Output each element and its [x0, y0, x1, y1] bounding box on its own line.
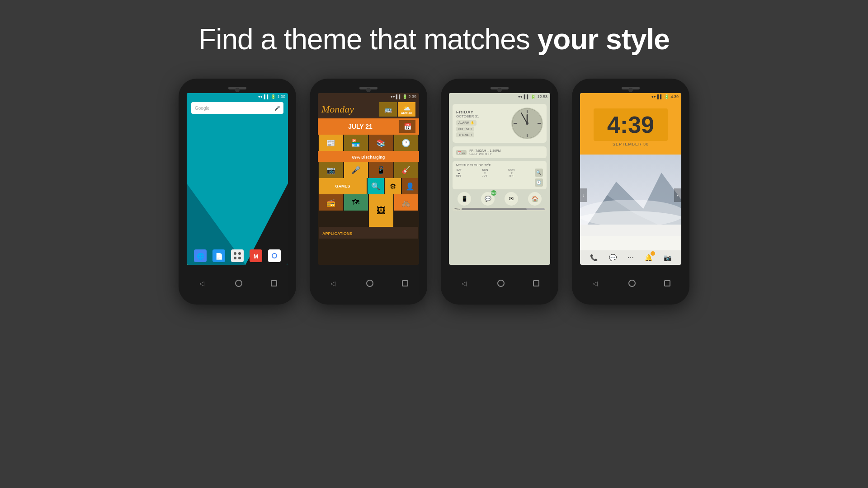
phone-2-camera — [366, 88, 371, 92]
phone-1-dock-maps[interactable]: 🌐 — [194, 249, 207, 262]
tile-map[interactable]: 🗺 — [344, 194, 368, 211]
tile-settings-dial[interactable]: ⚙ — [385, 178, 401, 194]
tile-books[interactable]: 📚 — [369, 135, 393, 151]
phone-1-home[interactable] — [235, 280, 242, 287]
tile-phone[interactable]: 📱 — [369, 162, 393, 178]
phone-4-nav-right[interactable]: ‹ — [674, 188, 681, 202]
tile-news[interactable]: 📰 — [319, 135, 343, 151]
phone-4-battery: 🔋 — [664, 94, 669, 99]
phone-3-home[interactable] — [497, 280, 505, 287]
phone-3-calendar-widget: 📅 31 FRI 7:00AM – 1:30PM GOLF WITH TY — [453, 146, 547, 158]
phone-2-back[interactable]: ◁ — [329, 279, 338, 288]
phone-2-screen: ▾▾ ▌▌ 🔋 2:39 Monday 🚌 ⛅ WEATHER J — [318, 93, 419, 265]
phone-2-date: JULY 21 — [321, 123, 399, 130]
phone-1-navbar: ◁ — [183, 268, 292, 298]
tile-radio[interactable]: 📻 — [319, 194, 343, 211]
phone-4-time-display: 4:39 — [607, 113, 654, 136]
phone-3-clock-info: FRIDAY OCTOBER 31 ALARM 🔔 NOT SET — [456, 110, 508, 137]
phone-4-apps[interactable]: ⋯ — [627, 254, 634, 261]
phone-3-day: FRIDAY — [456, 110, 508, 114]
headline: Find a theme that matches your style — [198, 23, 670, 56]
phone-3-sat-icon: ☁ — [456, 171, 462, 174]
phone-2: ▾▾ ▌▌ 🔋 2:39 Monday 🚌 ⛅ WEATHER J — [310, 79, 427, 305]
phone-4-home[interactable] — [628, 280, 636, 287]
phone-3-app-icons: 📱 💬 520 ✉ 🏠 — [453, 192, 547, 206]
tile-bike[interactable]: 🚲 — [394, 194, 419, 211]
phone-3-cal-time: FRI 7:00AM – 1:30PM GOLF WITH TY — [469, 149, 500, 155]
phone-1-search[interactable]: Google 🎤 — [191, 102, 283, 114]
phone-1-back[interactable]: ◁ — [198, 279, 207, 288]
phone-3-cal-desc: GOLF WITH TY — [469, 152, 500, 155]
phone-3-sun-icon: ☀ — [482, 171, 488, 174]
phone-3-home-icon[interactable]: 🏠 — [528, 192, 542, 206]
phone-3-mail-icon[interactable]: ✉ — [505, 192, 518, 206]
phone-2-apps-label-row: APPLICATIONS — [319, 227, 418, 239]
phone-1-recents[interactable] — [271, 280, 277, 286]
phone-3-search-btn[interactable]: 🔍 — [535, 169, 543, 177]
phone-1-dock-docs[interactable]: 📄 — [212, 249, 225, 262]
phone-4-sms[interactable]: 💬 — [609, 254, 617, 261]
tile-photos[interactable]: 🖼 — [369, 194, 393, 227]
phone-2-battery-row: 69% Discharging — [318, 151, 419, 162]
phone-1-dock-gmail[interactable]: M — [250, 249, 262, 262]
phone-3-msg-icon[interactable]: 💬 520 — [481, 192, 495, 206]
phone-3-not-set-label: NOT SET — [458, 127, 472, 131]
phone-4-signal: ▌▌ — [657, 94, 663, 99]
tile-weather[interactable]: ⛅ WEATHER — [398, 102, 415, 117]
tile-camera[interactable]: 📷 — [319, 162, 343, 178]
phone-2-games-row: GAMES 🔍 ⚙ 👤 — [318, 178, 419, 194]
phone-4-recents[interactable] — [664, 280, 670, 286]
phone-3-alarm-label: ALARM — [458, 121, 469, 124]
phone-3-sat: SAT ☁ 66°F — [456, 169, 462, 187]
phone-1: ▾▾ ▌▌ 🔋 1:00 Google 🎤 🌐 📄 — [179, 79, 296, 305]
phone-3-camera — [497, 88, 502, 92]
phone-4-time: 4:39 — [670, 94, 679, 99]
svg-point-25 — [526, 122, 528, 125]
phone-4-back[interactable]: ◁ — [591, 279, 600, 288]
svg-text:🌐: 🌐 — [197, 253, 205, 260]
phone-2-day: Monday — [321, 103, 379, 115]
phone-3-time: 12:53 — [537, 94, 547, 99]
phone-4-call[interactable]: 📞 — [590, 254, 598, 261]
phone-4-nav-left[interactable]: › — [580, 188, 587, 202]
phone-3-signal: ▌▌ — [524, 94, 530, 99]
tile-mic[interactable]: 🎤 — [344, 162, 368, 178]
phone-3-clock-face — [511, 108, 543, 139]
phones-row: ▾▾ ▌▌ 🔋 1:00 Google 🎤 🌐 📄 — [179, 79, 689, 305]
phone-3-not-set: NOT SET — [456, 127, 508, 131]
tile-person[interactable]: 👤 — [402, 178, 418, 194]
phone-1-dock-apps[interactable] — [231, 249, 244, 262]
phone-1-mic: 🎤 — [274, 106, 280, 111]
phone-1-dock-chrome[interactable] — [268, 249, 281, 262]
phone-2-recents[interactable] — [402, 280, 408, 286]
phone-3-alarm: ALARM 🔔 — [456, 120, 508, 126]
tile-guitar[interactable]: 🎸 — [394, 162, 419, 178]
phone-3-alarm-badge: ALARM 🔔 — [456, 120, 476, 126]
phone-4-navbar: ◁ — [576, 268, 685, 298]
phone-3-clock-widget: FRIDAY OCTOBER 31 ALARM 🔔 NOT SET — [453, 104, 547, 143]
phone-3-clock-btn[interactable]: 🕐 — [535, 178, 543, 187]
phone-3-back[interactable]: ◁ — [460, 279, 469, 288]
phone-3-phone-icon[interactable]: 📱 — [458, 192, 471, 206]
phone-3-action-icons: 🔍 🕐 — [535, 169, 543, 187]
phone-2-apps-label: APPLICATIONS — [322, 231, 352, 236]
phone-1-battery: 🔋 — [271, 94, 276, 99]
phone-3-msg-badge: 520 — [491, 190, 496, 196]
phone-4-wifi: ▾▾ — [651, 94, 656, 99]
tile-clock[interactable]: 🕐 — [394, 135, 419, 151]
phone-4-notif[interactable]: 🔔 ! — [645, 254, 652, 261]
phone-3-recents[interactable] — [533, 280, 539, 286]
phone-4-header: 4:39 SEPTEMBER 30 — [580, 100, 681, 155]
phone-3-cal-icon: 📅 31 — [456, 150, 467, 155]
phone-2-home[interactable] — [366, 280, 373, 287]
tile-calendar[interactable]: 📅 — [399, 120, 415, 133]
phone-3-weather-desc: MOSTLY CLOUDY, 72°F — [456, 164, 543, 167]
phone-4-camera[interactable]: 📷 — [664, 254, 671, 261]
phone-3-battery-level — [462, 208, 527, 210]
phone-3-battery: 🔋 — [531, 94, 536, 99]
phone-3-weather-days: SAT ☁ 66°F SUN ☀ 70°F MON ☀ 75°F — [456, 169, 543, 187]
tile-store[interactable]: 🏪 — [344, 135, 368, 151]
tile-search[interactable]: 🔍 — [368, 178, 384, 194]
tile-bus[interactable]: 🚌 — [379, 102, 397, 117]
tile-games-label[interactable]: GAMES — [319, 178, 367, 194]
